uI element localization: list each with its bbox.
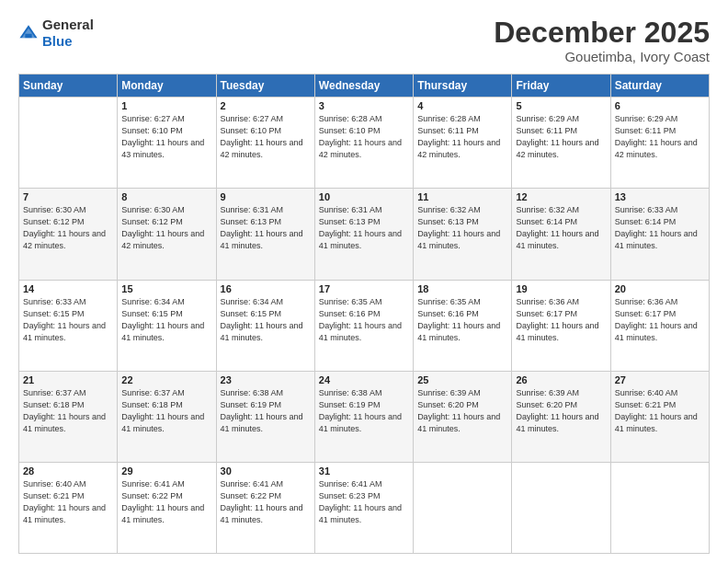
day-number: 28	[23, 465, 113, 477]
day-info: Sunrise: 6:39 AMSunset: 6:20 PMDaylight:…	[516, 387, 606, 435]
table-row: 9Sunrise: 6:31 AMSunset: 6:13 PMDaylight…	[216, 189, 314, 280]
table-row: 25Sunrise: 6:39 AMSunset: 6:20 PMDayligh…	[414, 371, 512, 462]
day-info: Sunrise: 6:40 AMSunset: 6:21 PMDaylight:…	[23, 478, 113, 526]
table-row: 23Sunrise: 6:38 AMSunset: 6:19 PMDayligh…	[216, 371, 314, 462]
col-sunday: Sunday	[19, 75, 118, 98]
col-friday: Friday	[512, 75, 610, 98]
logo-general: General	[42, 17, 94, 32]
day-info: Sunrise: 6:35 AMSunset: 6:16 PMDaylight:…	[319, 296, 409, 344]
col-saturday: Saturday	[610, 75, 709, 98]
calendar-week-row: 1Sunrise: 6:27 AMSunset: 6:10 PMDaylight…	[19, 98, 710, 189]
day-info: Sunrise: 6:38 AMSunset: 6:19 PMDaylight:…	[319, 387, 409, 435]
day-number: 18	[417, 283, 507, 294]
day-number: 5	[516, 100, 606, 111]
calendar-title: December 2025	[494, 17, 710, 49]
day-number: 20	[615, 283, 705, 294]
table-row: 28Sunrise: 6:40 AMSunset: 6:21 PMDayligh…	[19, 462, 118, 553]
day-info: Sunrise: 6:38 AMSunset: 6:19 PMDaylight:…	[221, 387, 311, 435]
day-info: Sunrise: 6:33 AMSunset: 6:15 PMDaylight:…	[23, 296, 113, 344]
day-number: 31	[319, 465, 409, 477]
day-number: 25	[417, 374, 507, 385]
table-row: 29Sunrise: 6:41 AMSunset: 6:22 PMDayligh…	[118, 462, 216, 553]
table-row: 16Sunrise: 6:34 AMSunset: 6:15 PMDayligh…	[216, 280, 314, 371]
day-info: Sunrise: 6:31 AMSunset: 6:13 PMDaylight:…	[319, 204, 409, 252]
table-row: 14Sunrise: 6:33 AMSunset: 6:15 PMDayligh…	[19, 280, 118, 371]
logo-text: General Blue	[42, 17, 94, 50]
logo: General Blue	[18, 17, 94, 50]
table-row: 11Sunrise: 6:32 AMSunset: 6:13 PMDayligh…	[414, 189, 512, 280]
day-info: Sunrise: 6:29 AMSunset: 6:11 PMDaylight:…	[615, 113, 705, 161]
day-info: Sunrise: 6:28 AMSunset: 6:10 PMDaylight:…	[319, 113, 409, 161]
day-info: Sunrise: 6:41 AMSunset: 6:22 PMDaylight:…	[121, 478, 211, 526]
day-number: 30	[221, 465, 311, 477]
day-info: Sunrise: 6:37 AMSunset: 6:18 PMDaylight:…	[121, 387, 211, 435]
table-row: 12Sunrise: 6:32 AMSunset: 6:14 PMDayligh…	[512, 189, 610, 280]
logo-icon	[18, 23, 39, 43]
svg-rect-2	[25, 34, 31, 38]
day-info: Sunrise: 6:32 AMSunset: 6:14 PMDaylight:…	[516, 204, 606, 252]
day-number: 12	[516, 191, 606, 202]
table-row: 20Sunrise: 6:36 AMSunset: 6:17 PMDayligh…	[610, 280, 709, 371]
day-number: 1	[121, 100, 211, 111]
day-info: Sunrise: 6:34 AMSunset: 6:15 PMDaylight:…	[121, 296, 211, 344]
table-row: 13Sunrise: 6:33 AMSunset: 6:14 PMDayligh…	[610, 189, 709, 280]
table-row: 10Sunrise: 6:31 AMSunset: 6:13 PMDayligh…	[314, 189, 413, 280]
day-info: Sunrise: 6:37 AMSunset: 6:18 PMDaylight:…	[23, 387, 113, 435]
day-info: Sunrise: 6:27 AMSunset: 6:10 PMDaylight:…	[221, 113, 311, 161]
calendar-week-row: 7Sunrise: 6:30 AMSunset: 6:12 PMDaylight…	[19, 189, 710, 280]
day-number: 9	[221, 191, 311, 202]
calendar-table: Sunday Monday Tuesday Wednesday Thursday…	[18, 74, 710, 554]
day-number: 10	[319, 191, 409, 202]
calendar-subtitle: Gouetimba, Ivory Coast	[494, 49, 710, 64]
table-row: 7Sunrise: 6:30 AMSunset: 6:12 PMDaylight…	[19, 189, 118, 280]
calendar-week-row: 14Sunrise: 6:33 AMSunset: 6:15 PMDayligh…	[19, 280, 710, 371]
calendar-week-row: 21Sunrise: 6:37 AMSunset: 6:18 PMDayligh…	[19, 371, 710, 462]
day-info: Sunrise: 6:30 AMSunset: 6:12 PMDaylight:…	[121, 204, 211, 252]
table-row: 18Sunrise: 6:35 AMSunset: 6:16 PMDayligh…	[414, 280, 512, 371]
day-number: 21	[23, 374, 113, 385]
table-row	[610, 462, 709, 553]
day-info: Sunrise: 6:36 AMSunset: 6:17 PMDaylight:…	[516, 296, 606, 344]
col-tuesday: Tuesday	[216, 75, 314, 98]
day-number: 2	[221, 100, 311, 111]
title-block: December 2025 Gouetimba, Ivory Coast	[494, 17, 710, 64]
day-number: 29	[121, 465, 211, 477]
table-row: 1Sunrise: 6:27 AMSunset: 6:10 PMDaylight…	[118, 98, 216, 189]
day-info: Sunrise: 6:41 AMSunset: 6:23 PMDaylight:…	[319, 478, 409, 526]
day-info: Sunrise: 6:36 AMSunset: 6:17 PMDaylight:…	[615, 296, 705, 344]
day-info: Sunrise: 6:32 AMSunset: 6:13 PMDaylight:…	[417, 204, 507, 252]
day-number: 19	[516, 283, 606, 294]
table-row	[414, 462, 512, 553]
table-row	[512, 462, 610, 553]
table-row: 15Sunrise: 6:34 AMSunset: 6:15 PMDayligh…	[118, 280, 216, 371]
day-number: 15	[121, 283, 211, 294]
day-number: 17	[319, 283, 409, 294]
day-number: 14	[23, 283, 113, 294]
day-info: Sunrise: 6:40 AMSunset: 6:21 PMDaylight:…	[615, 387, 705, 435]
table-row: 8Sunrise: 6:30 AMSunset: 6:12 PMDaylight…	[118, 189, 216, 280]
day-number: 11	[417, 191, 507, 202]
table-row: 2Sunrise: 6:27 AMSunset: 6:10 PMDaylight…	[216, 98, 314, 189]
day-number: 7	[23, 191, 113, 202]
logo-blue: Blue	[42, 33, 73, 49]
day-number: 27	[615, 374, 705, 385]
col-wednesday: Wednesday	[314, 75, 413, 98]
day-number: 13	[615, 191, 705, 202]
day-info: Sunrise: 6:31 AMSunset: 6:13 PMDaylight:…	[221, 204, 311, 252]
table-row: 22Sunrise: 6:37 AMSunset: 6:18 PMDayligh…	[118, 371, 216, 462]
day-number: 6	[615, 100, 705, 111]
day-number: 23	[221, 374, 311, 385]
table-row: 4Sunrise: 6:28 AMSunset: 6:11 PMDaylight…	[414, 98, 512, 189]
day-info: Sunrise: 6:34 AMSunset: 6:15 PMDaylight:…	[221, 296, 311, 344]
day-number: 8	[121, 191, 211, 202]
col-monday: Monday	[118, 75, 216, 98]
calendar-header-row: Sunday Monday Tuesday Wednesday Thursday…	[19, 75, 710, 98]
day-number: 4	[417, 100, 507, 111]
day-info: Sunrise: 6:33 AMSunset: 6:14 PMDaylight:…	[615, 204, 705, 252]
table-row: 26Sunrise: 6:39 AMSunset: 6:20 PMDayligh…	[512, 371, 610, 462]
calendar-week-row: 28Sunrise: 6:40 AMSunset: 6:21 PMDayligh…	[19, 462, 710, 553]
table-row: 30Sunrise: 6:41 AMSunset: 6:22 PMDayligh…	[216, 462, 314, 553]
day-info: Sunrise: 6:29 AMSunset: 6:11 PMDaylight:…	[516, 113, 606, 161]
table-row	[19, 98, 118, 189]
day-info: Sunrise: 6:28 AMSunset: 6:11 PMDaylight:…	[417, 113, 507, 161]
